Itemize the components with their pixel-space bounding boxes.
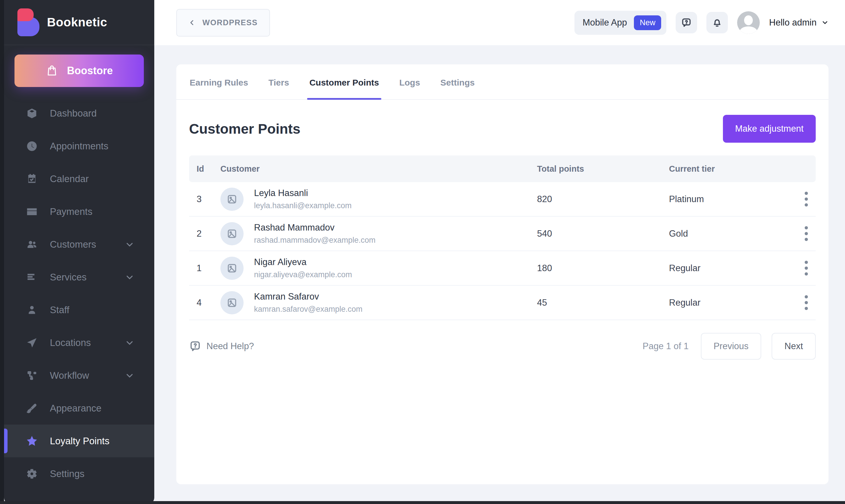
sidebar-item-label: Locations bbox=[50, 337, 125, 348]
sidebar-item-label: Loyalty Points bbox=[50, 435, 134, 447]
customer-name: Leyla Hasanli bbox=[254, 188, 352, 198]
sidebar-item-label: Appointments bbox=[50, 141, 134, 152]
row-actions-menu-button[interactable] bbox=[802, 190, 810, 209]
row-actions-menu-button[interactable] bbox=[802, 224, 810, 243]
sidebar-item-label: Services bbox=[50, 272, 125, 283]
row-actions-menu-button[interactable] bbox=[802, 258, 810, 278]
header-current-tier: Current tier bbox=[669, 164, 796, 174]
tab-logs[interactable]: Logs bbox=[399, 65, 421, 99]
sidebar-item-label: Appearance bbox=[50, 403, 134, 414]
sidebar-item-locations[interactable]: Locations bbox=[4, 326, 154, 359]
cell-total-points: 540 bbox=[537, 229, 669, 239]
cell-id: 3 bbox=[189, 194, 220, 204]
sidebar-item-settings[interactable]: Settings bbox=[4, 457, 154, 490]
cell-current-tier: Platinum bbox=[669, 194, 796, 204]
person-icon bbox=[26, 304, 38, 316]
sidebar-item-calendar[interactable]: Calendar bbox=[4, 162, 154, 195]
content-area: Earning Rules Tiers Customer Points Logs… bbox=[154, 45, 845, 504]
chevron-down-icon bbox=[125, 371, 134, 380]
workflow-nodes-icon bbox=[26, 370, 38, 381]
chevron-down-icon bbox=[821, 19, 829, 26]
sidebar-item-workflow[interactable]: Workflow bbox=[4, 359, 154, 392]
customer-name: Rashad Mammadov bbox=[254, 222, 376, 233]
customer-points-table: Id Customer Total points Current tier 3 … bbox=[189, 156, 816, 320]
row-actions-menu-button[interactable] bbox=[802, 293, 810, 312]
shopping-bag-icon bbox=[46, 65, 58, 77]
boostore-button[interactable]: Boostore bbox=[15, 55, 144, 87]
topbar-right: Mobile App New Hello admin bbox=[574, 11, 829, 35]
notifications-button[interactable] bbox=[706, 12, 728, 33]
back-to-wordpress-button[interactable]: WORDPRESS bbox=[176, 9, 270, 37]
sidebar-item-label: Settings bbox=[50, 468, 134, 479]
sidebar-item-payments[interactable]: Payments bbox=[4, 195, 154, 228]
mobile-app-label: Mobile App bbox=[582, 17, 627, 28]
sidebar-item-dashboard[interactable]: Dashboard bbox=[4, 97, 154, 130]
customer-email: rashad.mammadov@example.com bbox=[254, 236, 376, 245]
bell-icon bbox=[712, 17, 723, 28]
navigation-arrow-icon bbox=[26, 337, 38, 348]
star-icon bbox=[26, 435, 38, 447]
tab-customer-points[interactable]: Customer Points bbox=[309, 65, 380, 99]
image-placeholder-icon bbox=[227, 194, 237, 205]
sidebar-menu: Dashboard Appointments Calendar Payments… bbox=[4, 97, 154, 504]
tab-earning-rules[interactable]: Earning Rules bbox=[189, 65, 249, 99]
user-menu[interactable]: Hello admin bbox=[769, 17, 829, 28]
help-bubble-icon bbox=[681, 17, 692, 28]
sidebar-item-services[interactable]: Services bbox=[4, 261, 154, 293]
customer-avatar bbox=[220, 291, 244, 314]
brand-name: Booknetic bbox=[47, 15, 107, 29]
brand-logo: Booknetic bbox=[4, 0, 154, 45]
customer-email: leyla.hasanli@example.com bbox=[254, 201, 352, 210]
chevron-down-icon bbox=[125, 338, 134, 347]
cell-total-points: 180 bbox=[537, 263, 669, 273]
boostore-label: Boostore bbox=[67, 65, 113, 77]
credit-card-icon bbox=[26, 206, 38, 217]
cell-total-points: 45 bbox=[537, 298, 669, 308]
tab-settings[interactable]: Settings bbox=[440, 65, 475, 99]
sidebar-item-appointments[interactable]: Appointments bbox=[4, 130, 154, 162]
image-placeholder-icon bbox=[227, 263, 237, 274]
sidebar-item-appearance[interactable]: Appearance bbox=[4, 392, 154, 425]
next-page-button[interactable]: Next bbox=[772, 333, 816, 360]
customer-avatar bbox=[220, 222, 244, 245]
pagination: Page 1 of 1 Previous Next bbox=[643, 333, 816, 360]
sidebar-item-label: Dashboard bbox=[50, 108, 134, 119]
panel-header: Customer Points Make adjustment bbox=[176, 100, 828, 156]
sidebar: Booknetic Boostore Dashboard Appointment… bbox=[4, 0, 154, 504]
greeting-label: Hello admin bbox=[769, 17, 816, 28]
table-row: 1 Nigar Aliyeva nigar.aliyeva@example.co… bbox=[189, 251, 816, 286]
need-help-label: Need Help? bbox=[206, 341, 254, 352]
cell-current-tier: Gold bbox=[669, 229, 796, 239]
need-help-link[interactable]: Need Help? bbox=[189, 340, 254, 352]
customer-avatar bbox=[220, 187, 244, 211]
sidebar-item-staff[interactable]: Staff bbox=[4, 293, 154, 326]
bottom-bar bbox=[0, 501, 845, 504]
sidebar-item-label: Payments bbox=[50, 206, 134, 217]
image-placeholder-icon bbox=[227, 228, 237, 239]
make-adjustment-button[interactable]: Make adjustment bbox=[723, 115, 816, 143]
mobile-app-button[interactable]: Mobile App New bbox=[574, 11, 666, 35]
sidebar-item-loyalty-points[interactable]: Loyalty Points bbox=[4, 425, 154, 457]
paint-brush-icon bbox=[26, 402, 38, 414]
cell-current-tier: Regular bbox=[669, 263, 796, 273]
sidebar-item-customers[interactable]: Customers bbox=[4, 228, 154, 261]
sidebar-item-label: Workflow bbox=[50, 370, 125, 381]
wordpress-label: WORDPRESS bbox=[202, 18, 258, 27]
cell-id: 2 bbox=[189, 229, 220, 239]
header-customer: Customer bbox=[220, 164, 537, 174]
gear-icon bbox=[26, 468, 38, 480]
header-id: Id bbox=[189, 164, 220, 174]
clock-icon bbox=[26, 140, 38, 152]
user-avatar[interactable] bbox=[737, 11, 760, 34]
customer-email: nigar.aliyeva@example.com bbox=[254, 270, 352, 279]
customer-avatar bbox=[220, 257, 244, 280]
cell-id: 1 bbox=[189, 263, 220, 273]
list-lines-icon bbox=[26, 271, 38, 283]
wordpress-admin-strip bbox=[0, 0, 4, 504]
table-row: 4 Kamran Safarov kamran.safarov@example.… bbox=[189, 286, 816, 320]
image-placeholder-icon bbox=[227, 297, 237, 308]
previous-page-button[interactable]: Previous bbox=[701, 333, 761, 360]
help-button[interactable] bbox=[676, 12, 697, 33]
table-header: Id Customer Total points Current tier bbox=[189, 156, 816, 182]
tab-tiers[interactable]: Tiers bbox=[268, 65, 290, 99]
